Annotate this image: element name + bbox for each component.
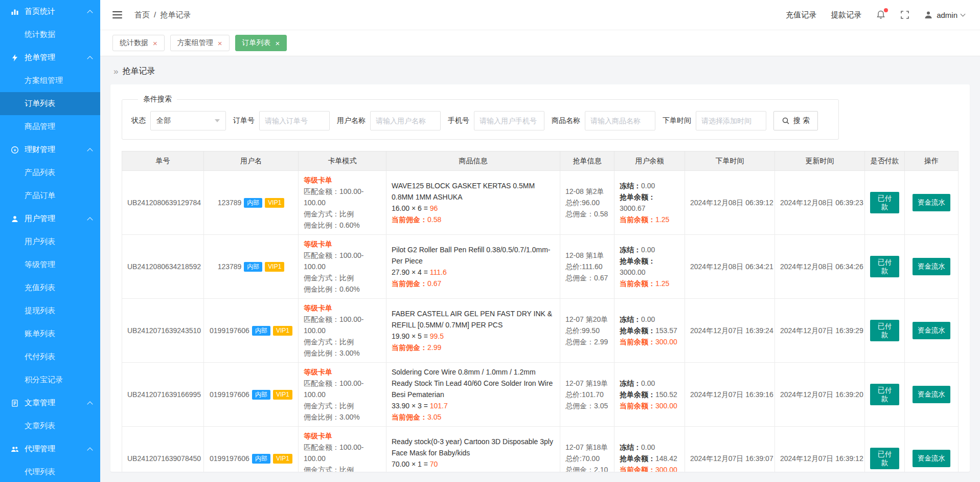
column-header: 是否付款 (865, 151, 905, 171)
search-panel: 条件搜索 状态 全部 订单号 用户名称 手机号 (122, 95, 839, 140)
search-button-label: 搜 索 (793, 116, 810, 125)
update-time-cell: 2024年12月08日 06:34:26 (775, 235, 865, 299)
column-header: 下单时间 (685, 151, 775, 171)
grab-commission-line: 总佣金：2.10 (565, 464, 609, 472)
sidebar-section-label: 代理管理 (25, 444, 88, 454)
commission-method-label: 佣金方式： (304, 338, 339, 346)
fund-flow-button[interactable]: 资金流水 (913, 450, 950, 467)
search-button[interactable]: 搜 索 (773, 111, 818, 130)
commission-ratio-value: 3.00% (339, 413, 360, 421)
sidebar-item[interactable]: 产品列表 (0, 161, 100, 184)
sidebar-section-header[interactable]: ¥ 抢单管理 (0, 46, 100, 69)
sidebar-item-label: 代付列表 (25, 352, 55, 362)
tab-label: 订单列表 (242, 38, 271, 48)
grab-total-label: 总价: (565, 390, 582, 399)
sidebar-item[interactable]: 提现列表 (0, 299, 100, 322)
menu-toggle-icon[interactable] (112, 11, 122, 18)
sidebar-section-header[interactable]: ¥ 文章管理 (0, 391, 100, 414)
breadcrumb-current: 抢单记录 (160, 10, 191, 20)
sidebar-item[interactable]: 产品订单 (0, 184, 100, 207)
update-time: 2024年12月07日 16:39:20 (780, 390, 863, 399)
sidebar-section: ¥ 理财管理 产品列表 产品订单 (0, 138, 100, 207)
product-calc-line: 16.00 × 6 = 96 (392, 203, 555, 214)
tab-close-icon[interactable]: × (276, 39, 280, 47)
product-calc-line: 33.90 × 3 = 101.7 (392, 400, 555, 411)
tab-close-icon[interactable]: × (153, 39, 157, 47)
topbar-right: 充值记录 提款记录 admin (786, 10, 965, 20)
search-field-input[interactable] (259, 111, 330, 130)
current-balance-value: 300.00 (655, 466, 677, 472)
search-field-input[interactable] (370, 111, 441, 130)
grab-balance-value: 153.57 (655, 326, 677, 335)
commission-method-line: 佣金方式：比例 (304, 208, 381, 220)
search-field-input[interactable] (696, 111, 766, 130)
sidebar-item[interactable]: 账单列表 (0, 322, 100, 345)
card-mode: 等级卡单 (304, 302, 381, 314)
tab-close-icon[interactable]: × (218, 39, 222, 47)
user-cell: 0199197606 内部 VIP1 (204, 427, 299, 472)
sidebar-item[interactable]: 商品管理 (0, 115, 100, 138)
sidebar-item[interactable]: 等级管理 (0, 253, 100, 276)
search-field: 下单时间 (663, 111, 766, 130)
order-no-cell: UB2412071639243510 (122, 299, 204, 363)
breadcrumb-home[interactable]: 首页 (134, 10, 150, 20)
tab-label: 方案组管理 (177, 38, 213, 48)
sidebar-section-header[interactable]: ¥ 用户管理 (0, 207, 100, 230)
sidebar-item[interactable]: 代付列表 (0, 345, 100, 368)
grab-balance-value: 150.52 (655, 390, 677, 399)
sidebar-section-items: 用户列表 等级管理 充值列表 提现列表 账单列表 代付列表 积分宝记录 (0, 230, 100, 391)
search-field-label: 手机号 (448, 116, 469, 125)
fund-flow-button[interactable]: 资金流水 (913, 386, 950, 403)
app-root: ¥ 首页统计 统计数据 ¥ 抢单管理 方案组管 (0, 0, 980, 482)
table-row: UB2412071639078450 0199197606 内部 VIP1 等级… (122, 427, 959, 472)
sidebar-item[interactable]: 统计数据 (0, 23, 100, 46)
user-line: 0199197606 内部 VIP1 (209, 325, 293, 336)
withdraw-records-link[interactable]: 提款记录 (831, 10, 861, 20)
tab[interactable]: 订单列表 × (235, 35, 287, 51)
sidebar-item[interactable]: 用户列表 (0, 230, 100, 253)
card-mode-cell: 等级卡单 匹配金额：100.00-100.00 佣金方式：比例 佣金比例：3.0… (299, 427, 386, 472)
select-caret-icon (215, 119, 220, 122)
sidebar-item[interactable]: 充值列表 (0, 276, 100, 299)
sidebar-section-icon: ¥ (10, 53, 19, 62)
sidebar-section-header[interactable]: ¥ 首页统计 (0, 0, 100, 23)
search-field-input[interactable] (474, 111, 544, 130)
tab[interactable]: 方案组管理 × (170, 35, 230, 51)
user-menu[interactable]: admin (924, 10, 965, 19)
internal-tag-badge: 内部 (244, 262, 262, 272)
search-field-label: 用户名称 (337, 116, 366, 125)
search-field-input[interactable] (585, 111, 655, 130)
balance-cell: 冻结：0.00 抢单余额：153.57 当前余额：300.00 (614, 299, 685, 363)
current-commission-label: 当前佣金： (392, 471, 427, 472)
table-row: UB2412080634218592 123789 内部 VIP1 等级卡单 匹… (122, 235, 959, 299)
user-cell: 123789 内部 VIP1 (204, 171, 299, 235)
sidebar-item[interactable]: 文章列表 (0, 414, 100, 437)
fund-flow-button[interactable]: 资金流水 (913, 322, 950, 339)
table-row: UB2412071639243510 0199197606 内部 VIP1 等级… (122, 299, 959, 363)
sidebar-item[interactable]: 方案组管理 (0, 69, 100, 92)
sidebar-item[interactable]: 代理列表 (0, 461, 100, 482)
status-select[interactable]: 全部 (150, 111, 226, 130)
fund-flow-button[interactable]: 资金流水 (913, 194, 950, 211)
current-commission-line: 当前佣金：0.58 (392, 214, 555, 225)
grab-commission-value: 2.10 (594, 466, 608, 472)
sidebar-section-header[interactable]: ¥ 代理管理 (0, 437, 100, 461)
sidebar-item[interactable]: 积分宝记录 (0, 368, 100, 391)
tab[interactable]: 统计数据 × (112, 35, 165, 51)
chevron-up-icon (87, 447, 93, 453)
user-line: 123789 内部 VIP1 (209, 261, 293, 272)
grab-balance-value: 148.42 (655, 454, 677, 463)
frozen-value: 0.00 (641, 182, 655, 190)
sidebar-section-header[interactable]: ¥ 理财管理 (0, 138, 100, 161)
grab-total-value: 99.50 (582, 326, 600, 335)
fund-flow-button[interactable]: 资金流水 (913, 258, 950, 275)
fullscreen-icon[interactable] (900, 10, 909, 19)
recharge-records-link[interactable]: 充值记录 (786, 10, 816, 20)
sidebar-item[interactable]: 订单列表 (0, 92, 100, 115)
username: 0199197606 (210, 453, 249, 464)
search-row: 状态 全部 订单号 用户名称 手机号 商品名称 下单时间 (131, 111, 818, 130)
action-cell: 资金流水 (905, 363, 959, 427)
orders-table-body: UB2412080639129784 123789 内部 VIP1 等级卡单 匹… (122, 171, 959, 472)
notification-bell-icon[interactable] (876, 10, 886, 20)
breadcrumb-separator: / (154, 10, 156, 20)
